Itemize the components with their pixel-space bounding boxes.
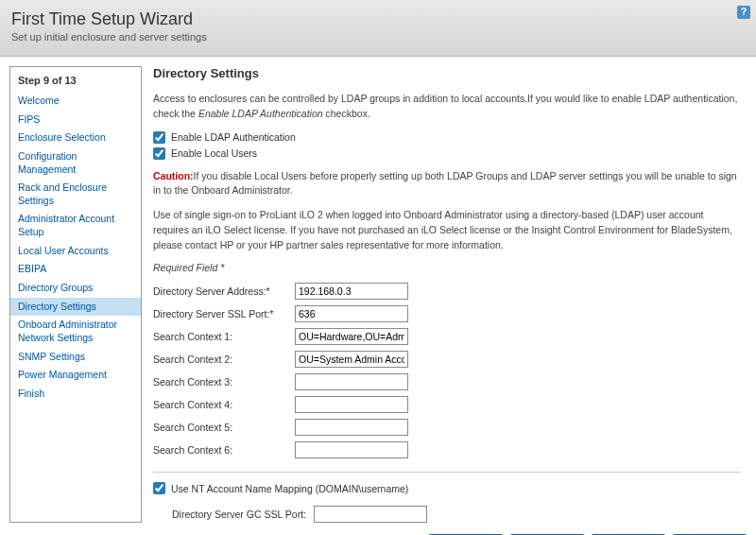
dir-server-addr-row: Directory Server Address:* <box>153 283 741 300</box>
wizard-footer: < Previous Next > Skip Cancel <box>0 523 756 535</box>
search-context-2-label: Search Context 2: <box>153 354 295 365</box>
main-content: Directory Settings Access to enclosures … <box>153 66 747 523</box>
sidebar-item-finish[interactable]: Finish <box>10 385 141 404</box>
search-context-3-row: Search Context 3: <box>153 373 741 390</box>
sidebar-item-config-mgmt[interactable]: Configuration Management <box>10 147 141 179</box>
search-context-5-input[interactable] <box>295 419 408 436</box>
sidebar-item-snmp[interactable]: SNMP Settings <box>10 348 141 367</box>
search-context-5-label: Search Context 5: <box>153 422 295 433</box>
nt-mapping-checkbox[interactable] <box>153 482 165 494</box>
page-title: First Time Setup Wizard <box>11 9 745 29</box>
search-context-4-input[interactable] <box>295 396 408 413</box>
separator <box>153 472 741 473</box>
search-context-4-row: Search Context 4: <box>153 396 741 413</box>
search-context-3-label: Search Context 3: <box>153 376 295 388</box>
gc-ssl-label: Directory Server GC SSL Port: <box>172 509 306 520</box>
intro-text: Access to enclosures can be controlled b… <box>153 92 741 122</box>
help-icon[interactable]: ? <box>737 6 750 19</box>
sidebar-item-fips[interactable]: FIPS <box>10 111 141 129</box>
nt-mapping-label: Use NT Account Name Mapping (DOMAIN\user… <box>171 483 408 494</box>
search-context-4-label: Search Context 4: <box>153 399 295 410</box>
dir-server-addr-label: Directory Server Address:* <box>153 285 295 297</box>
sidebar-item-ebipa[interactable]: EBIPA <box>10 260 141 279</box>
enable-local-checkbox[interactable] <box>153 147 165 160</box>
gc-ssl-row: Directory Server GC SSL Port: <box>172 506 741 523</box>
search-context-1-label: Search Context 1: <box>153 331 295 342</box>
wizard-header: First Time Setup Wizard Set up initial e… <box>0 0 756 57</box>
sidebar-item-oa-network[interactable]: Onboard Administrator Network Settings <box>10 316 141 347</box>
sidebar-item-admin-account[interactable]: Administrator Account Setup <box>10 210 141 241</box>
search-context-2-input[interactable] <box>295 351 408 368</box>
enable-ldap-checkbox[interactable] <box>153 131 165 144</box>
dir-server-addr-input[interactable] <box>295 283 408 300</box>
sidebar-item-power-mgmt[interactable]: Power Management <box>10 366 141 385</box>
enable-local-row: Enable Local Users <box>153 147 741 160</box>
nt-mapping-row: Use NT Account Name Mapping (DOMAIN\user… <box>153 482 741 494</box>
sidebar-item-directory-settings[interactable]: Directory Settings <box>10 298 141 317</box>
caution-text: Caution:If you disable Local Users befor… <box>153 169 741 199</box>
sidebar-item-welcome[interactable]: Welcome <box>10 92 141 111</box>
search-context-1-input[interactable] <box>295 328 408 345</box>
sidebar-item-enclosure-selection[interactable]: Enclosure Selection <box>10 129 141 147</box>
search-context-6-row: Search Context 6: <box>153 441 741 458</box>
sidebar-item-directory-groups[interactable]: Directory Groups <box>10 279 141 298</box>
dir-server-ssl-label: Directory Server SSL Port:* <box>153 308 295 319</box>
search-context-5-row: Search Context 5: <box>153 419 741 436</box>
page-subtitle: Set up initial enclosure and server sett… <box>11 31 745 43</box>
wizard-sidebar: Step 9 of 13 Welcome FIPS Enclosure Sele… <box>9 66 142 523</box>
enable-ldap-label: Enable LDAP Authentication <box>171 131 296 143</box>
search-context-6-label: Search Context 6: <box>153 444 295 456</box>
search-context-6-input[interactable] <box>295 441 408 458</box>
dir-server-ssl-input[interactable] <box>295 305 408 322</box>
search-context-3-input[interactable] <box>295 373 408 390</box>
sso-text: Use of single sign-on to ProLiant iLO 2 … <box>153 208 741 252</box>
sidebar-item-rack-enclosure[interactable]: Rack and Enclosure Settings <box>10 179 141 210</box>
step-indicator: Step 9 of 13 <box>10 71 141 92</box>
search-context-2-row: Search Context 2: <box>153 351 741 368</box>
enable-local-label: Enable Local Users <box>171 147 257 159</box>
search-context-1-row: Search Context 1: <box>153 328 741 345</box>
sidebar-item-local-users[interactable]: Local User Accounts <box>10 242 141 261</box>
enable-ldap-row: Enable LDAP Authentication <box>153 131 741 144</box>
dir-server-ssl-row: Directory Server SSL Port:* <box>153 305 741 322</box>
required-field-note: Required Field * <box>153 262 741 273</box>
section-heading: Directory Settings <box>153 66 741 80</box>
gc-ssl-input[interactable] <box>314 506 427 523</box>
